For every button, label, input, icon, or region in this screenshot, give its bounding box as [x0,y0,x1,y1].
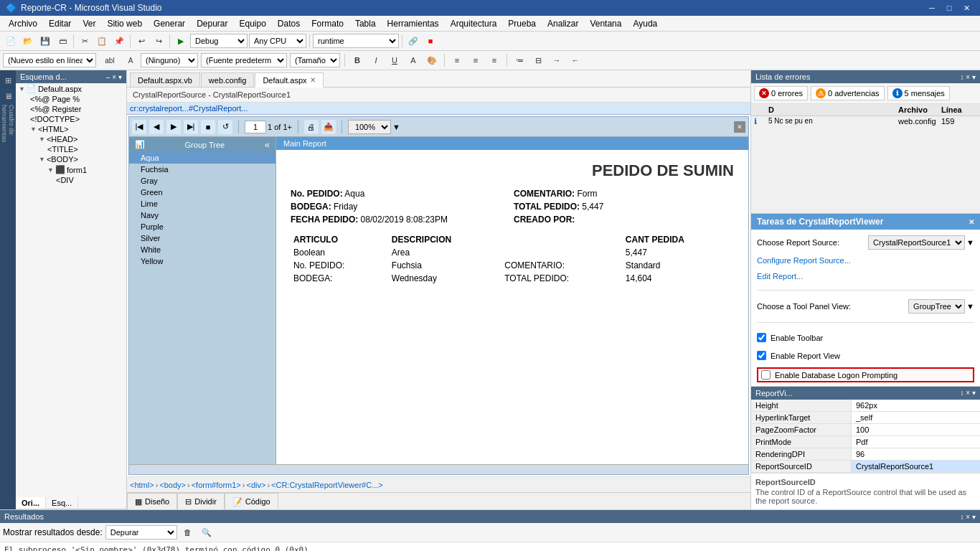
group-fuchsia[interactable]: Fuchsia [129,164,275,175]
tab-default-vb[interactable]: Default.aspx.vb [130,72,200,87]
zoom-select[interactable]: 100% [348,120,391,134]
breadcrumb-body[interactable]: <body> [159,481,186,489]
copy-btn[interactable]: 📋 [94,33,110,49]
report-navigate-next[interactable]: ▶ [166,120,181,134]
menu-datos[interactable]: Datos [272,16,306,31]
filter-messages[interactable]: ℹ 5 mensajes [887,86,950,100]
group-silver[interactable]: Silver [129,232,275,244]
save-all-btn[interactable]: 🗃 [55,33,70,49]
group-aqua[interactable]: Aqua [129,152,275,164]
menu-ver[interactable]: Ver [77,16,101,31]
report-close-btn[interactable]: ✕ [734,121,745,133]
tree-title[interactable]: <TITLE> [16,144,126,154]
report-refresh[interactable]: ↺ [218,120,232,134]
menu-herramientas[interactable]: Herramientas [382,16,445,31]
error-row-1[interactable]: ℹ 5 Nc se pu en web.config 159 [751,116,980,127]
configure-link[interactable]: Configure Report Source... [757,255,974,265]
group-lime[interactable]: Lime [129,198,275,209]
open-btn[interactable]: 📂 [20,33,36,49]
sidebar-solution-icon[interactable]: ⊞ [1,73,15,88]
filter-errors[interactable]: ✕ 0 errores [754,86,808,100]
sidebar-toolbox-icon[interactable]: Cuadro de herramientas [0,105,16,148]
tasks-close[interactable]: ✕ [969,218,974,226]
enable-report-view-checkbox[interactable] [757,351,766,360]
indent-btn[interactable]: → [549,52,565,68]
fontsize-combo[interactable]: (Tamaño [290,53,340,67]
output-filter-combo[interactable]: Depurar [105,525,177,540]
report-export[interactable]: 📤 [321,120,336,134]
outdent-btn[interactable]: ← [567,52,583,68]
tool-panel-combo[interactable]: GroupTree [908,299,965,314]
underline-btn[interactable]: U [387,52,402,68]
tree-register-directive[interactable]: <%@ Register [16,104,126,114]
sidebar-server-icon[interactable]: 🖥 [1,89,15,103]
report-navigate-first[interactable]: |◀ [132,120,146,134]
tree-div[interactable]: <DIV [16,175,126,185]
redo-btn[interactable]: ↪ [151,33,166,49]
play-btn[interactable]: ▶ [173,33,189,49]
report-print[interactable]: 🖨 [304,120,319,134]
tree-page-directive[interactable]: <%@ Page % [16,94,126,104]
paste-btn[interactable]: 📌 [111,33,127,49]
css-btn[interactable]: abl [99,52,121,68]
group-purple[interactable]: Purple [129,221,275,232]
cut-btn[interactable]: ✂ [77,33,93,49]
report-scroll-x[interactable] [129,464,748,474]
style-combo[interactable]: (Nuevo estilo en línea ▼ [3,53,96,67]
new-file-btn[interactable]: 📄 [3,33,19,49]
close-tab-icon[interactable]: ✕ [310,76,316,84]
save-btn[interactable]: 💾 [37,33,53,49]
tree-head[interactable]: ▼ <HEAD> [16,134,126,144]
collapse-tree-btn[interactable]: « [265,139,270,150]
fontname-combo[interactable]: (Fuente predeterm [201,53,287,67]
code-tab[interactable]: 📝Código [225,493,278,509]
breadcrumb-cr[interactable]: <CR:CrystalReportViewer#C...> [271,481,383,489]
breadcrumb-div[interactable]: <div> [246,481,265,489]
tab-webconfig[interactable]: web.config [201,72,255,87]
report-stop[interactable]: ■ [201,120,215,134]
group-navy[interactable]: Navy [129,209,275,221]
menu-prueba[interactable]: Prueba [502,16,542,31]
enable-toolbar-checkbox[interactable] [757,333,766,342]
menu-formato[interactable]: Formato [306,16,349,31]
menu-editar[interactable]: Editar [43,16,77,31]
menu-analizar[interactable]: Analizar [542,16,584,31]
group-white[interactable]: White [129,244,275,255]
align-left-btn[interactable]: ≡ [449,52,465,68]
align-right-btn[interactable]: ≡ [486,52,502,68]
tab-default-aspx[interactable]: Default.aspx ✕ [255,72,323,88]
group-gray[interactable]: Gray [129,175,275,187]
output-clear-btn[interactable]: 🗑 [180,524,196,540]
target-combo[interactable]: runtime [313,34,399,48]
stop-btn[interactable]: ■ [423,33,438,49]
report-navigate-last[interactable]: ▶| [184,120,198,134]
menu-archivo[interactable]: Archivo [3,16,43,31]
undo-btn[interactable]: ↩ [133,33,149,49]
menu-sitioweb[interactable]: Sitio web [101,16,148,31]
tab-ori[interactable]: Ori... [16,497,46,509]
group-yellow[interactable]: Yellow [129,255,275,267]
debug-mode-combo[interactable]: Debug [190,34,248,48]
font-combo[interactable]: (Ninguno) [141,53,198,67]
close-button[interactable]: ✕ [958,0,974,16]
edit-link[interactable]: Edit Report... [757,271,974,281]
group-green[interactable]: Green [129,187,275,198]
menu-generar[interactable]: Generar [148,16,191,31]
attach-btn[interactable]: 🔗 [405,33,421,49]
menu-ventana[interactable]: Ventana [584,16,627,31]
page-number-input[interactable] [245,121,266,133]
menu-ayuda[interactable]: Ayuda [627,16,663,31]
align-center-btn[interactable]: ≡ [468,52,484,68]
css2-btn[interactable]: A [123,52,138,68]
output-find-btn[interactable]: 🔍 [199,524,215,540]
bgcolor-btn[interactable]: 🎨 [424,52,440,68]
menu-arquitectura[interactable]: Arquitectura [445,16,503,31]
minimize-button[interactable]: ─ [924,0,940,16]
filter-warnings[interactable]: ⚠ 0 advertencias [811,86,885,100]
enable-db-logon-checkbox[interactable] [761,370,771,380]
design-tab[interactable]: ▦Diseño [127,493,177,509]
italic-btn[interactable]: I [368,52,384,68]
menu-tabla[interactable]: Tabla [349,16,382,31]
tree-form1[interactable]: ▼ ⬛ form1 [16,164,126,175]
platform-combo[interactable]: Any CPU [249,34,306,48]
